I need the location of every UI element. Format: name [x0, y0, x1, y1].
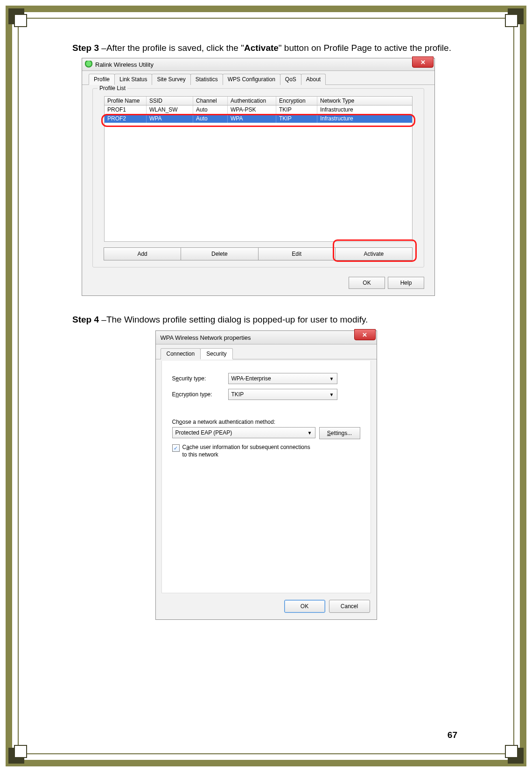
title-bar: WPA Wireless Network properties ✕: [156, 331, 377, 344]
security-type-label: Security type:: [172, 375, 228, 382]
step3-text: Step 3 –After the profile is saved, clic…: [72, 40, 460, 56]
ralink-utility-window: Ralink Wireless Utility ✕ Profile Link S…: [82, 58, 435, 296]
col-network-type[interactable]: Network Type: [317, 97, 373, 105]
tab-profile[interactable]: Profile: [89, 74, 115, 85]
cache-checkbox-label: Cache user information for subsequent co…: [182, 444, 310, 458]
button-row: Add Delete Edit Activate: [104, 247, 413, 260]
help-button[interactable]: Help: [388, 277, 424, 289]
step4-label: Step 4: [72, 315, 99, 324]
window-title: Ralink Wireless Utility: [95, 61, 154, 68]
close-icon: ✕: [420, 59, 426, 66]
security-panel: Security type: WPA-Enterprise ▼ Encrypti…: [161, 361, 371, 593]
col-profile-name[interactable]: Profile Name: [105, 97, 147, 105]
encryption-type-label: Encryption type:: [172, 391, 228, 398]
delete-button[interactable]: Delete: [181, 247, 258, 260]
col-encryption[interactable]: Encryption: [276, 97, 317, 105]
dialog-button-row: OK Help: [349, 277, 424, 289]
cache-checkbox[interactable]: ✓: [172, 444, 180, 452]
add-button[interactable]: Add: [104, 247, 181, 260]
group-label: Profile List: [98, 85, 127, 91]
corner-square-inner: [14, 745, 27, 758]
close-button[interactable]: ✕: [354, 329, 376, 340]
chevron-down-icon: ▼: [329, 376, 334, 381]
auth-method-select[interactable]: Protected EAP (PEAP) ▼: [172, 427, 315, 438]
tab-strip: Profile Link Status Site Survey Statisti…: [82, 71, 434, 85]
profile-list-group: Profile List Profile Name SSID Channel A…: [92, 88, 424, 267]
table-row[interactable]: PROF1 WLAN_SW Auto WPA-PSK TKIP Infrastr…: [105, 105, 412, 114]
edit-button[interactable]: Edit: [258, 247, 336, 260]
step3-label: Step 3: [72, 43, 99, 53]
auth-method-label: Choose a network authentication method:: [172, 419, 360, 425]
ok-button[interactable]: OK: [284, 600, 325, 613]
corner-square-inner: [505, 14, 518, 27]
tab-connection[interactable]: Connection: [161, 348, 201, 359]
tab-wps-config[interactable]: WPS Configuration: [223, 74, 280, 85]
col-ssid[interactable]: SSID: [147, 97, 193, 105]
cancel-button[interactable]: Cancel: [329, 600, 370, 613]
tab-site-survey[interactable]: Site Survey: [152, 74, 190, 85]
col-channel[interactable]: Channel: [193, 97, 228, 105]
tab-qos[interactable]: QoS: [280, 74, 301, 85]
list-header: Profile Name SSID Channel Authentication…: [105, 97, 412, 105]
col-auth[interactable]: Authentication: [228, 97, 276, 105]
close-button[interactable]: ✕: [412, 56, 434, 68]
profile-list[interactable]: Profile Name SSID Channel Authentication…: [104, 96, 413, 242]
table-row[interactable]: PROF2 WPA Auto WPA TKIP Infrastructure: [105, 114, 412, 123]
window-title: WPA Wireless Network properties: [161, 334, 251, 341]
encryption-type-select[interactable]: TKIP ▼: [228, 389, 337, 400]
tab-about[interactable]: About: [301, 74, 326, 85]
corner-square-inner: [14, 14, 27, 27]
activate-button[interactable]: Activate: [335, 247, 413, 260]
ok-button[interactable]: OK: [349, 277, 385, 289]
tab-strip: Connection Security: [156, 344, 377, 359]
tab-security[interactable]: Security: [200, 348, 232, 359]
security-type-select[interactable]: WPA-Enterprise ▼: [228, 373, 337, 384]
step4-text: Step 4 –The Windows profile setting dial…: [72, 312, 460, 328]
page-number: 67: [448, 730, 457, 740]
close-icon: ✕: [362, 331, 367, 338]
corner-square-inner: [505, 745, 518, 758]
tab-statistics[interactable]: Statistics: [190, 74, 223, 85]
settings-button[interactable]: Settings...: [319, 427, 360, 439]
wpa-properties-window: WPA Wireless Network properties ✕ Connec…: [155, 330, 377, 620]
chevron-down-icon: ▼: [329, 392, 334, 397]
tab-link-status[interactable]: Link Status: [114, 74, 152, 85]
dialog-button-row: OK Cancel: [284, 600, 370, 613]
chevron-down-icon: ▼: [308, 430, 312, 435]
app-icon: [85, 61, 92, 68]
title-bar: Ralink Wireless Utility ✕: [82, 58, 434, 71]
